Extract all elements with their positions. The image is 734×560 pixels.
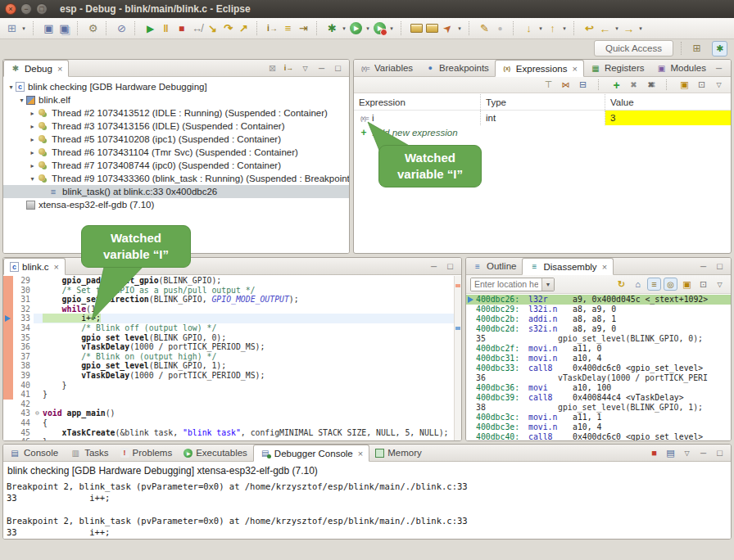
annotation-gutter[interactable] [3,390,13,400]
debug-icon[interactable] [324,20,340,36]
tab-modules[interactable]: Modules [650,60,711,76]
expand-icon[interactable]: ▸ [28,149,37,156]
debug-tree-item[interactable]: xtensa-esp32-elf-gdb (7.10) [3,198,349,211]
tab-debugger-console[interactable]: Debugger Console× [253,445,369,462]
disassembly-line[interactable]: 400dbc39:call80x400844c4 <vTaskDelay> [466,393,731,403]
annotation-gutter[interactable] [3,352,13,362]
expand-icon[interactable]: ▸ [28,123,37,130]
tab-blink-c[interactable]: blink.c× [3,258,66,275]
annotation-gutter[interactable] [3,286,13,296]
line-number[interactable]: 44 [13,418,34,428]
minimize-icon[interactable] [712,61,726,75]
open-perspective-icon[interactable] [689,41,705,56]
close-icon[interactable]: × [54,262,59,272]
overview-diff-mark[interactable] [455,284,460,287]
search-icon[interactable] [492,20,508,36]
code-line[interactable]: 35 gpio_set_level(BLINK_GPIO, 0); [3,333,454,343]
save-all-icon[interactable] [57,20,72,36]
annotation-gutter[interactable] [3,409,13,418]
instruction-pointer-icon[interactable] [3,314,13,323]
line-number[interactable]: 41 [13,390,34,400]
tab-executables[interactable]: Executables [178,445,253,461]
close-icon[interactable]: × [358,449,363,458]
line-number[interactable]: 38 [13,361,34,371]
refresh-icon[interactable] [614,278,628,291]
expand-icon[interactable]: ▸ [28,110,37,117]
annotation-gutter[interactable] [3,305,13,314]
disassembly-line[interactable]: 400dbc2d:s32i.na8, a9, 0 [466,324,731,334]
line-number[interactable]: 35 [13,333,34,343]
view-menu-icon[interactable] [298,61,312,75]
tab-tasks[interactable]: Tasks [64,445,114,461]
minimize-icon[interactable] [696,446,710,459]
annotation-gutter[interactable] [3,361,13,371]
code-line[interactable]: 29 gpio_pad_select_gpio(BLINK_GPIO); [3,276,454,286]
remove-terminated-icon[interactable] [265,61,279,75]
new-wizard-icon[interactable] [4,20,20,36]
dropdown-arrow-icon[interactable]: ▾ [387,25,396,32]
code-line[interactable]: 33 i++; [3,314,454,323]
show-debug-lists-icon[interactable] [280,20,296,36]
code-line[interactable]: 36 vTaskDelay(1000 / portTICK_PERIOD_MS)… [3,342,454,352]
debug-tree-item[interactable]: ▾blink.elf [3,93,349,106]
dropdown-arrow-icon[interactable]: ▾ [613,25,621,32]
display-console-icon[interactable] [664,446,677,459]
line-number[interactable]: 31 [13,295,34,305]
debug-tree-item[interactable]: blink_task() at blink.c:33 0x400dbc26 [3,185,349,198]
disassembly-line[interactable]: 400dbc31:movi.na10, 4 [466,354,731,364]
code-line[interactable]: 31 gpio_set_direction(BLINK_GPIO, GPIO_M… [3,295,454,305]
close-icon[interactable]: × [602,262,607,272]
location-input[interactable] [471,278,541,291]
close-icon[interactable]: × [572,64,577,74]
previous-annotation-icon[interactable] [545,20,560,36]
code-line[interactable]: 34 /* Blink off (output low) */ [3,323,454,333]
disconnect-icon[interactable] [189,20,205,36]
flash-icon[interactable] [440,20,455,36]
pin-view-icon[interactable] [696,278,710,291]
code-line[interactable]: 46} [3,437,454,440]
dropdown-arrow-icon[interactable]: ▾ [637,25,645,32]
annotation-gutter[interactable] [3,418,13,428]
expand-icon[interactable]: ▸ [28,136,37,143]
annotation-gutter[interactable] [3,400,13,409]
new-view-icon[interactable] [680,278,694,291]
code-line[interactable]: 30 /* Set the GPIO as a push/pull output… [3,286,454,296]
disassembly-line[interactable]: 400dbc29:l32i.na8, a9, 0 [466,305,731,314]
disassembly-line[interactable]: 400dbc36:movia10, 100 [466,383,731,393]
format-icon[interactable] [477,20,492,36]
debug-tree-item[interactable]: ▸Thread #5 1073410208 (ipc1) (Suspended … [3,133,349,146]
disassembly-line[interactable]: 400dbc2b:addi.na8, a8, 1 [466,314,731,324]
instruction-toggle-icon[interactable] [282,61,296,75]
maximize-icon[interactable] [331,61,345,75]
overview-ruler[interactable] [454,276,461,440]
skip-breakpoints-icon[interactable] [114,20,129,36]
annotation-gutter[interactable] [3,323,13,333]
debug-tree-item[interactable]: ▸Thread #7 1073408744 (ipc0) (Suspended … [3,159,349,172]
tab-debug[interactable]: Debug× [3,60,69,77]
location-dropdown-icon[interactable]: ▼ [541,278,554,291]
view-menu-icon[interactable] [712,79,726,92]
code-editor[interactable]: 29 gpio_pad_select_gpio(BLINK_GPIO);30 /… [3,276,454,440]
annotation-gutter[interactable] [3,295,13,305]
tab-expressions[interactable]: Expressions× [495,60,584,77]
code-line[interactable]: 43⊖void app_main() [3,409,454,418]
disassembly-line[interactable]: 400dbc40:call80x400dc6c0 <gpio_set_level… [466,432,731,440]
dropdown-arrow-icon[interactable]: ▾ [455,25,464,32]
line-number[interactable]: 46 [13,437,34,440]
code-line[interactable]: 42 [3,400,454,409]
tab-disassembly[interactable]: Disassembly× [522,258,614,275]
annotation-gutter[interactable] [3,276,13,286]
line-number[interactable]: 45 [13,428,34,438]
step-over-icon[interactable] [220,20,236,36]
external-tools-icon[interactable] [374,22,386,34]
debug-tree-item[interactable]: ▾blink checking [GDB Hardware Debugging] [3,80,349,93]
code-line[interactable]: 40 } [3,381,454,391]
annotation-gutter[interactable] [3,371,13,381]
add-expression-icon[interactable] [609,79,623,92]
resume-icon[interactable] [143,20,158,36]
suspend-icon[interactable] [158,20,174,36]
save-icon[interactable] [41,20,57,36]
disassembly-line[interactable]: 35gpio_set_level(BLINK_GPIO, 0); [466,334,731,344]
disassembly-line[interactable]: 400dbc26:l32ra9, 0x400d045c <_stext+1092… [466,295,731,305]
disassembly-line[interactable]: 400dbc3c:movi.na11, 1 [466,413,731,422]
